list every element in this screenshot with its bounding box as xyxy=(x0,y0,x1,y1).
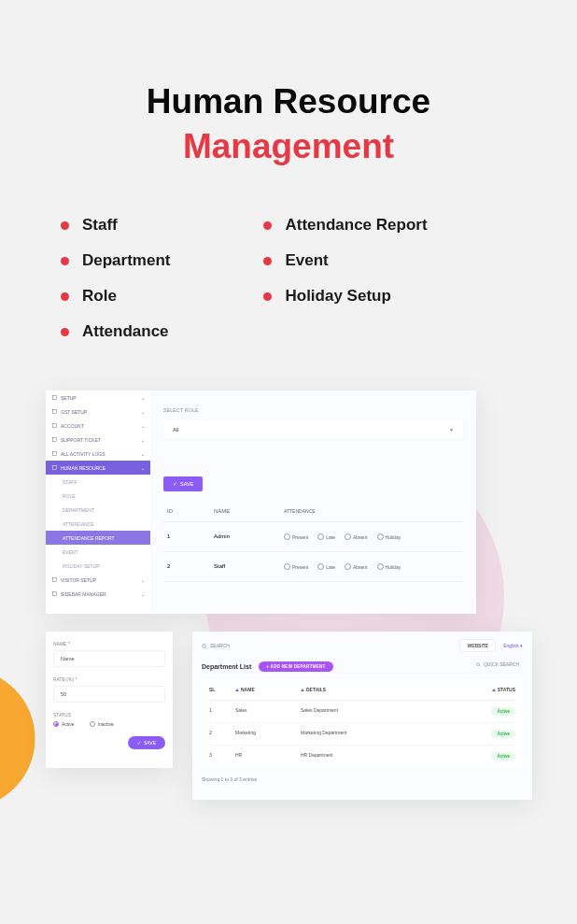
sidebar-item[interactable]: ATTENDANCE REPORT xyxy=(46,531,150,545)
chevron-down-icon: ⌄ xyxy=(141,591,145,597)
rate-input[interactable]: 50 xyxy=(53,686,165,703)
department-list-title: Department List xyxy=(202,663,251,670)
radio-holiday[interactable]: Holiday xyxy=(377,533,401,540)
menu-icon xyxy=(52,451,57,456)
status-badge: Active xyxy=(491,730,515,738)
status-badge: Active xyxy=(491,707,515,716)
chevron-down-icon: ▼ xyxy=(449,427,454,433)
svg-line-9 xyxy=(205,647,207,648)
screenshots-canvas: SETUP⌄GST SETUP⌄ACCOUNT⌄SUPPORT TICKET⌄A… xyxy=(0,391,577,858)
svg-rect-3 xyxy=(53,438,57,442)
svg-rect-2 xyxy=(53,424,57,428)
col-id: ID xyxy=(167,508,214,514)
svg-rect-7 xyxy=(53,592,57,596)
sidebar-item[interactable]: HOLIDAY SETUP xyxy=(46,559,150,573)
sidebar-item[interactable]: SETUP⌄ xyxy=(46,391,150,405)
svg-rect-0 xyxy=(53,396,57,400)
sidebar-item[interactable]: ALL ACTIVITY LOGS⌄ xyxy=(46,447,150,461)
add-department-button[interactable]: + ADD NEW DEPARTMENT xyxy=(259,661,332,672)
sidebar-item[interactable]: SIDEBAR MANAGER⌄ xyxy=(46,587,150,601)
sidebar-item[interactable]: EVENT xyxy=(46,545,150,559)
menu-icon xyxy=(52,591,57,596)
radio-late[interactable]: Late xyxy=(317,533,335,540)
language-select[interactable]: English ▾ xyxy=(503,643,523,648)
table-row: 1AdminPresentLateAbsentHoliday xyxy=(163,522,463,552)
chevron-down-icon: ⌄ xyxy=(141,409,145,415)
name-label: NAME * xyxy=(53,641,165,647)
form-panel: NAME * Name RATE (%) * 50 STATUS Active … xyxy=(46,632,173,768)
check-icon: ✓ xyxy=(173,481,177,487)
radio-late[interactable]: Late xyxy=(317,563,335,570)
col-sl: SL xyxy=(209,687,235,692)
status-badge: Active xyxy=(491,752,515,761)
chevron-down-icon: ⌄ xyxy=(141,395,145,401)
col-details: DETAILS xyxy=(301,687,471,692)
department-list-title-row: Department List + ADD NEW DEPARTMENT xyxy=(202,661,523,672)
search-icon xyxy=(202,644,206,648)
department-list-panel: SEARCH WEBSITE English ▾ Department List… xyxy=(192,632,532,800)
chevron-down-icon: ⌄ xyxy=(141,437,145,443)
table-row: 2MarketingMarketing DepartmentActive xyxy=(209,723,515,746)
col-attendance: ATTENDANCE xyxy=(284,508,459,514)
sidebar-item[interactable]: VISITOR SETUP⌄ xyxy=(46,573,150,587)
table-row: 1SalesSales DepartmentActive xyxy=(209,701,515,723)
radio-inactive[interactable]: Inactive xyxy=(90,721,114,727)
radio-active[interactable]: Active xyxy=(53,721,75,727)
save-button[interactable]: ✓ SAVE xyxy=(163,476,203,491)
radio-present[interactable]: Present xyxy=(284,533,308,540)
attendance-main: SELECT ROLE All ▼ ✓ SAVE ID NAME ATTENDA… xyxy=(150,391,476,614)
radio-absent[interactable]: Absent xyxy=(345,533,368,540)
sidebar-item[interactable]: ACCOUNT⌄ xyxy=(46,419,150,433)
sidebar-item[interactable]: ATTENDANCE xyxy=(46,517,150,531)
svg-line-11 xyxy=(479,665,480,666)
select-role-dropdown[interactable]: All ▼ xyxy=(163,420,463,439)
features-col2: Attendance Report Event Holiday Setup xyxy=(263,216,427,358)
menu-icon xyxy=(52,577,57,582)
table-row: 2StaffPresentLateAbsentHoliday xyxy=(163,552,463,582)
name-input[interactable]: Name xyxy=(53,650,165,667)
table-header: ID NAME ATTENDANCE xyxy=(163,501,463,522)
col-name: NAME xyxy=(235,687,301,692)
sidebar-item[interactable]: GST SETUP⌄ xyxy=(46,405,150,419)
panel3-topbar: SEARCH WEBSITE English ▾ xyxy=(202,639,523,652)
table-footer-info: Showing 1 to 3 of 3 entries xyxy=(202,776,523,782)
quick-search[interactable]: QUICK SEARCH xyxy=(476,661,519,667)
chevron-down-icon: ⌄ xyxy=(141,451,145,457)
department-table: SL NAME DETAILS STATUS 1SalesSales Depar… xyxy=(202,679,523,767)
website-tag[interactable]: WEBSITE xyxy=(459,639,496,652)
svg-rect-4 xyxy=(53,452,57,456)
feature-item: Staff xyxy=(61,216,170,235)
menu-icon xyxy=(52,395,57,400)
menu-icon xyxy=(52,423,57,428)
main-heading: Human Resource Management xyxy=(0,0,577,169)
decorative-blob-orange xyxy=(0,669,35,809)
search-box[interactable]: SEARCH xyxy=(202,643,230,648)
select-role-value: All xyxy=(173,427,179,433)
menu-icon xyxy=(52,465,57,470)
feature-item: Event xyxy=(263,251,427,270)
check-icon: ✓ xyxy=(137,740,141,746)
sidebar-item[interactable]: STAFF xyxy=(46,475,150,489)
col-name: NAME xyxy=(214,508,284,514)
svg-point-10 xyxy=(476,662,479,665)
attendance-panel: SETUP⌄GST SETUP⌄ACCOUNT⌄SUPPORT TICKET⌄A… xyxy=(46,391,476,614)
sidebar-item[interactable]: SUPPORT TICKET⌄ xyxy=(46,433,150,447)
svg-rect-6 xyxy=(53,578,57,582)
save-button[interactable]: ✓ SAVE xyxy=(128,736,165,749)
sidebar-item[interactable]: ROLE xyxy=(46,489,150,503)
radio-present[interactable]: Present xyxy=(284,563,308,570)
feature-item: Department xyxy=(61,251,170,270)
svg-rect-1 xyxy=(53,410,57,414)
feature-item: Attendance xyxy=(61,322,170,341)
heading-line1: Human Resource xyxy=(147,82,430,121)
menu-icon xyxy=(52,409,57,414)
sidebar-item[interactable]: DEPARTMENT xyxy=(46,503,150,517)
features-list: Staff Department Role Attendance Attenda… xyxy=(0,169,577,358)
radio-absent[interactable]: Absent xyxy=(345,563,368,570)
feature-item: Role xyxy=(61,287,170,306)
radio-holiday[interactable]: Holiday xyxy=(377,563,401,570)
chevron-down-icon: ⌄ xyxy=(141,465,145,471)
menu-icon xyxy=(52,437,57,442)
rate-label: RATE (%) * xyxy=(53,676,165,682)
sidebar-item[interactable]: HUMAN RESOURCE⌄ xyxy=(46,461,150,475)
